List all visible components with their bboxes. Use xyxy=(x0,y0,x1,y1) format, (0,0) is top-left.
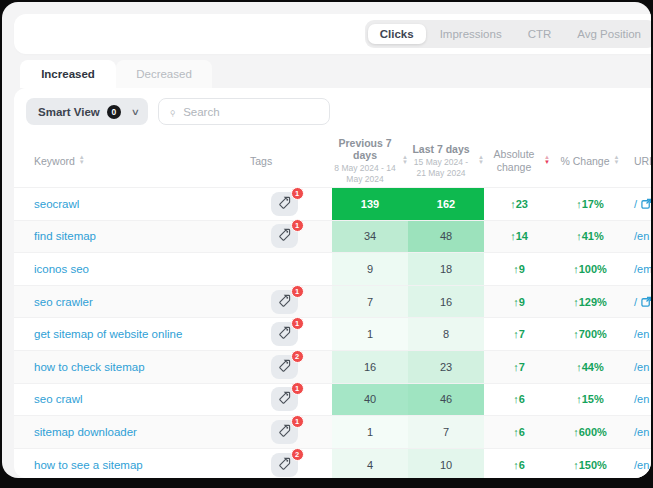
sort-icon-absolute-change[interactable]: ▲▼ xyxy=(544,156,550,166)
tag-chip[interactable]: 1 xyxy=(271,192,298,216)
tag-icon xyxy=(278,358,291,376)
tab-increased[interactable]: Increased xyxy=(20,60,116,88)
table-body: seocrawl1139162↑23↑17%/find sitemap13448… xyxy=(14,187,651,478)
tag-chip[interactable]: 2 xyxy=(271,355,298,379)
url-link[interactable]: / xyxy=(626,286,651,318)
previous-value-cell: 16 xyxy=(332,351,408,383)
previous-value-cell: 7 xyxy=(332,286,408,318)
top-toolbar: Clicks Impressions CTR Avg Position xyxy=(14,14,651,54)
tag-chip[interactable]: 1 xyxy=(271,290,298,314)
page-background: Clicks Impressions CTR Avg Position Incr… xyxy=(2,2,651,478)
header-keyword-label: Keyword xyxy=(34,155,75,167)
metric-tab-clicks[interactable]: Clicks xyxy=(368,24,426,44)
tags-cell: 1 xyxy=(236,416,332,448)
pct-change-cell: ↑41% xyxy=(554,221,626,253)
tags-cell: 1 xyxy=(236,384,332,416)
table-row: sitemap downloader117↑6↑600%/en xyxy=(14,415,651,448)
url-link[interactable]: /en xyxy=(626,221,651,253)
table-header: Keyword ▲▼ Tags Previous 7 days 8 May 20… xyxy=(14,135,651,187)
header-tags-label: Tags xyxy=(250,155,272,167)
tag-icon xyxy=(278,293,291,311)
header-tags: Tags xyxy=(236,155,332,167)
url-link[interactable]: /en xyxy=(626,318,651,350)
url-text: /en xyxy=(634,328,649,340)
table-row: seo crawler1716↑9↑129%/ xyxy=(14,285,651,318)
header-url: URL xyxy=(626,155,651,167)
tags-cell: 1 xyxy=(236,221,332,253)
absolute-change-cell: ↑7 xyxy=(484,351,554,383)
tag-count-badge: 1 xyxy=(291,219,304,232)
search-input[interactable] xyxy=(183,106,303,118)
tag-icon xyxy=(278,423,291,441)
external-link-icon xyxy=(641,198,651,209)
tag-chip[interactable]: 1 xyxy=(271,322,298,346)
url-link[interactable]: /en xyxy=(626,449,651,478)
url-link[interactable]: / xyxy=(626,188,651,220)
metric-tab-avg-position[interactable]: Avg Position xyxy=(565,24,651,44)
keyword-link[interactable]: seocrawl xyxy=(14,188,236,220)
url-text: / xyxy=(634,296,637,308)
tag-count-badge: 1 xyxy=(291,382,304,395)
last-value-cell: 10 xyxy=(408,449,484,478)
search-icon: ⌕ xyxy=(166,105,179,118)
tag-chip[interactable]: 1 xyxy=(271,420,298,444)
previous-value-cell: 40 xyxy=(332,384,408,416)
last-value-cell: 16 xyxy=(408,286,484,318)
absolute-change-cell: ↑6 xyxy=(484,384,554,416)
smart-view-dropdown[interactable]: Smart View 0 ∨ xyxy=(26,98,148,125)
tag-icon xyxy=(278,390,291,408)
tag-count-badge: 1 xyxy=(291,285,304,298)
header-absolute-change: Absolute change ▲▼ xyxy=(484,148,554,174)
previous-value-cell: 9 xyxy=(332,253,408,285)
metric-tab-impressions[interactable]: Impressions xyxy=(428,24,514,44)
search-box: ⌕ xyxy=(158,98,330,125)
url-link[interactable]: /en xyxy=(626,416,651,448)
keyword-link[interactable]: seo crawl xyxy=(14,384,236,416)
metric-switcher: Clicks Impressions CTR Avg Position xyxy=(365,20,651,48)
tags-cell: 1 xyxy=(236,318,332,350)
last-value-cell: 8 xyxy=(408,318,484,350)
tag-count-badge: 2 xyxy=(291,448,304,461)
pct-change-cell: ↑150% xyxy=(554,449,626,478)
keyword-link[interactable]: get sitemap of website online xyxy=(14,318,236,350)
table-row: iconos seo918↑9↑100%/em xyxy=(14,252,651,285)
keyword-link[interactable]: find sitemap xyxy=(14,221,236,253)
table-row: how to check sitemap21623↑7↑44%/en xyxy=(14,350,651,383)
tags-cell xyxy=(236,253,332,285)
url-text: /em xyxy=(634,263,651,275)
tags-cell: 1 xyxy=(236,286,332,318)
url-link[interactable]: /en xyxy=(626,351,651,383)
tag-count-badge: 1 xyxy=(291,317,304,330)
pct-change-cell: ↑700% xyxy=(554,318,626,350)
header-last-dates: 15 May 2024 - 21 May 2024 xyxy=(408,157,474,178)
metric-tab-ctr[interactable]: CTR xyxy=(516,24,564,44)
keyword-link[interactable]: how to check sitemap xyxy=(14,351,236,383)
url-text: /en xyxy=(634,393,649,405)
smart-view-label: Smart View xyxy=(38,106,100,118)
url-text: /en xyxy=(634,459,649,471)
header-prev-dates: 8 May 2024 - 14 May 2024 xyxy=(332,163,398,184)
keyword-link[interactable]: seo crawler xyxy=(14,286,236,318)
url-link[interactable]: /en xyxy=(626,384,651,416)
tag-chip[interactable]: 1 xyxy=(271,387,298,411)
tag-chip[interactable]: 2 xyxy=(271,453,298,477)
table-row: seo crawl14046↑6↑15%/en xyxy=(14,383,651,416)
last-value-cell: 23 xyxy=(408,351,484,383)
absolute-change-cell: ↑6 xyxy=(484,449,554,478)
tag-chip[interactable]: 1 xyxy=(271,224,298,248)
tag-icon xyxy=(278,325,291,343)
header-last-7-days: Last 7 days 15 May 2024 - 21 May 2024 ▲▼ xyxy=(408,143,484,178)
sort-icon-keyword[interactable]: ▲▼ xyxy=(79,156,85,166)
previous-value-cell: 139 xyxy=(332,188,408,220)
previous-value-cell: 1 xyxy=(332,416,408,448)
header-url-label: URL xyxy=(634,155,651,167)
smart-view-count-badge: 0 xyxy=(107,105,121,119)
keyword-link[interactable]: iconos seo xyxy=(14,253,236,285)
url-link[interactable]: /em xyxy=(626,253,651,285)
absolute-change-cell: ↑6 xyxy=(484,416,554,448)
sort-icon-pct-change[interactable]: ▲▼ xyxy=(614,156,620,166)
keyword-link[interactable]: sitemap downloader xyxy=(14,416,236,448)
previous-value-cell: 4 xyxy=(332,449,408,478)
tab-decreased[interactable]: Decreased xyxy=(116,60,212,88)
keyword-link[interactable]: how to see a sitemap xyxy=(14,449,236,478)
